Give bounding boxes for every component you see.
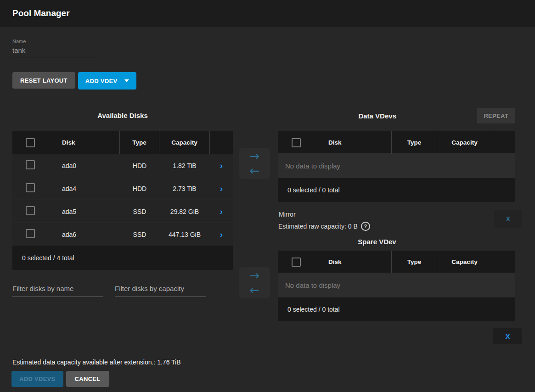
column-header-disk: Disk [315, 131, 392, 154]
repeat-button[interactable]: REPEAT [477, 108, 515, 123]
column-header-type: Type [392, 251, 437, 273]
select-all-cell [12, 131, 48, 154]
move-left-arrow-icon[interactable]: ← [250, 165, 260, 177]
table-row[interactable]: ada4 HDD 2.73 TiB › [12, 177, 233, 200]
available-disks-selection-summary: 0 selected / 4 total [12, 246, 233, 270]
data-vdevs-title-row: Data VDevs REPEAT [278, 107, 515, 124]
estimated-capacity-summary: Estimated data capacity available after … [12, 358, 181, 366]
available-disks-table: Disk Type Capacity ada0 HDD 1.82 TiB › a… [12, 131, 233, 270]
select-all-checkbox[interactable] [26, 138, 35, 147]
data-vdevs-header: Disk Type Capacity [278, 131, 515, 153]
disk-capacity: 2.73 TiB [159, 185, 210, 192]
select-all-cell [278, 131, 315, 154]
spare-vdev-selection-summary: 0 selected / 0 total [278, 297, 515, 321]
data-vdevs-empty-message: No data to display [278, 153, 515, 178]
filter-disks-by-capacity-input[interactable] [115, 283, 206, 297]
select-all-cell [278, 251, 315, 273]
page-title: Pool Manager [0, 0, 535, 27]
spare-vdev-transfer-controls: → ← [239, 267, 270, 298]
spare-vdev-header: Disk Type Capacity [278, 251, 515, 273]
row-checkbox[interactable] [26, 206, 35, 215]
available-disks-header: Disk Type Capacity [12, 131, 233, 154]
top-bar: Pool Manager [0, 0, 535, 27]
pool-name-field: Name [12, 39, 95, 58]
available-disks-title: Available Disks [12, 112, 233, 119]
row-expand-icon[interactable]: › [220, 207, 223, 216]
disk-name: ada0 [48, 162, 120, 169]
spare-vdev-title: Spare VDev [278, 238, 476, 246]
remove-data-vdev-button[interactable]: X [494, 210, 522, 228]
disk-name: ada4 [48, 185, 120, 192]
disk-type: HDD [120, 162, 159, 169]
row-expand-icon[interactable]: › [220, 184, 223, 193]
form-actions: ADD VDEVS CANCEL [11, 371, 109, 387]
spare-vdev-empty-message: No data to display [278, 273, 515, 297]
cancel-button[interactable]: CANCEL [66, 371, 109, 387]
remove-spare-vdev-button[interactable]: X [493, 328, 522, 344]
data-vdevs-selection-summary: 0 selected / 0 total [278, 178, 515, 202]
spare-vdev-table: Disk Type Capacity No data to display 0 … [278, 251, 515, 321]
toolbar: RESET LAYOUT ADD VDEV [12, 72, 136, 90]
disk-capacity: 29.82 GiB [159, 208, 210, 215]
row-checkbox[interactable] [26, 229, 35, 238]
data-vdevs-table: Disk Type Capacity No data to display 0 … [278, 131, 515, 202]
disk-type: HDD [120, 185, 159, 192]
data-vdevs-title: Data VDevs [278, 112, 477, 120]
column-header-capacity: Capacity [159, 131, 210, 154]
column-header-expand [210, 131, 233, 154]
move-right-arrow-icon[interactable]: → [250, 269, 260, 281]
column-header-expand [492, 251, 515, 273]
row-expand-icon[interactable]: › [220, 161, 223, 170]
table-row[interactable]: ada5 SSD 29.82 GiB › [12, 200, 233, 223]
column-header-expand [492, 131, 515, 154]
help-icon[interactable]: ? [361, 222, 370, 231]
vdev-type-label: Mirror [279, 211, 515, 218]
column-header-type: Type [120, 131, 159, 154]
disk-name: ada5 [48, 208, 120, 215]
pool-name-input[interactable] [12, 46, 95, 58]
column-header-type: Type [392, 131, 437, 154]
move-left-arrow-icon[interactable]: ← [250, 284, 260, 296]
row-checkbox[interactable] [26, 160, 35, 169]
disk-name: ada6 [48, 231, 120, 238]
row-checkbox[interactable] [26, 183, 35, 192]
add-vdev-button[interactable]: ADD VDEV [78, 72, 137, 90]
disk-type: SSD [120, 231, 159, 238]
select-all-checkbox[interactable] [292, 258, 301, 267]
reset-layout-button[interactable]: RESET LAYOUT [12, 72, 75, 89]
chevron-down-icon [124, 79, 129, 82]
column-header-capacity: Capacity [437, 131, 492, 154]
move-right-arrow-icon[interactable]: → [250, 150, 260, 162]
data-vdev-transfer-controls: → ← [239, 148, 270, 179]
disk-capacity: 1.82 TiB [159, 162, 210, 169]
column-header-disk: Disk [315, 251, 392, 273]
estimated-raw-capacity-text: Estimated raw capacity: 0 B [278, 223, 358, 230]
column-header-capacity: Capacity [437, 251, 492, 273]
disk-capacity: 447.13 GiB [159, 231, 210, 238]
table-row[interactable]: ada6 SSD 447.13 GiB › [12, 223, 233, 246]
add-vdevs-button[interactable]: ADD VDEVS [11, 371, 63, 387]
filter-disks-by-name-input[interactable] [12, 283, 103, 297]
select-all-checkbox[interactable] [292, 138, 301, 147]
column-header-disk: Disk [48, 131, 120, 154]
spare-vdev-title-row: Spare VDev [278, 238, 515, 246]
disk-filters [12, 283, 206, 297]
pool-manager-screen: Pool Manager Name RESET LAYOUT ADD VDEV … [0, 0, 535, 392]
disk-type: SSD [120, 208, 159, 215]
mirror-vdev-info: Mirror Estimated raw capacity: 0 B ? X [278, 209, 515, 236]
add-vdev-label: ADD VDEV [85, 78, 118, 84]
pool-name-label: Name [12, 39, 95, 44]
row-expand-icon[interactable]: › [220, 230, 223, 239]
table-row[interactable]: ada0 HDD 1.82 TiB › [12, 154, 233, 177]
